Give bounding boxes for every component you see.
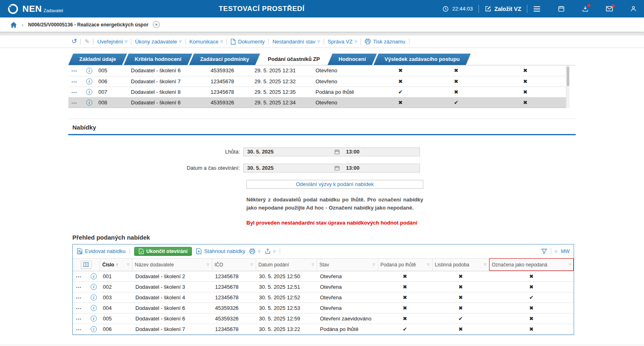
finish-opening-button[interactable]: Ukončit otevírání xyxy=(134,247,192,256)
view-code[interactable]: MW xyxy=(561,249,570,254)
filter-dropdown-icon[interactable]: ▽ xyxy=(311,263,314,266)
row-menu-icon[interactable]: ••• xyxy=(72,69,77,73)
column-header-oznacena-jako-nepodana[interactable]: Označena jako nepodaná▽ xyxy=(489,258,574,271)
calendar-icon[interactable] xyxy=(558,5,565,12)
deadline-date-value[interactable]: 30. 5. 2025 xyxy=(244,149,332,155)
info-icon[interactable]: i xyxy=(91,273,97,279)
column-header-datum-podani[interactable]: Datum podání▽ xyxy=(256,258,317,271)
filter-dropdown-icon[interactable]: ▽ xyxy=(127,263,129,266)
link-label: Uveřejnění xyxy=(97,39,123,45)
edit-icon[interactable]: ✎ xyxy=(85,39,89,44)
column-label: Podaná po lhůtě xyxy=(381,262,416,268)
calendar-icon[interactable] xyxy=(332,149,342,155)
info-icon[interactable]: i xyxy=(91,294,97,301)
info-icon[interactable]: i xyxy=(91,284,97,290)
opening-date-value[interactable]: 30. 5. 2025 xyxy=(244,165,332,171)
filter-dropdown-icon[interactable]: ▽ xyxy=(427,263,429,266)
row-menu-icon[interactable]: ••• xyxy=(72,80,77,84)
print-button[interactable]: ▽ xyxy=(249,249,260,254)
tab-vysledek-zadavaciho-postupu[interactable]: Výsledek zadávacího postupu xyxy=(374,54,471,65)
register-offer-button[interactable]: Evidovat nabídku xyxy=(77,248,126,254)
table-row[interactable]: ••• i 006 Dodavatel - školení 7 12345678… xyxy=(73,324,574,334)
filter-icon[interactable] xyxy=(541,249,547,254)
brand-name: NEN xyxy=(22,4,42,13)
calendar-icon[interactable] xyxy=(332,165,342,171)
filter-dropdown-icon[interactable]: ▽ xyxy=(250,263,253,266)
toolbar-link-dokumenty[interactable]: Dokumenty xyxy=(231,39,265,45)
offer-number: 005 xyxy=(100,313,132,324)
table-row[interactable]: ••• i 008 Dodavatel - školení 6 45359326… xyxy=(68,97,566,108)
opening-field[interactable]: 30. 5. 2025 13:00 xyxy=(243,164,420,173)
scrollbar-thumb[interactable] xyxy=(567,67,569,86)
info-icon[interactable]: i xyxy=(86,89,92,95)
toolbar-link-tisk-zaznamu[interactable]: Tisk záznamu xyxy=(365,39,405,45)
table-row[interactable]: ••• i 001 Dodavatel - školení 2 12345678… xyxy=(73,271,574,281)
toolbar-link-komunikace[interactable]: Komunikace ▽ xyxy=(189,39,223,45)
row-menu-icon[interactable]: ••• xyxy=(76,307,82,311)
toolbar-link-ukony-zadavatele[interactable]: Úkony zadavatele ▽ xyxy=(135,39,182,45)
column-header-cislo[interactable]: Číslo↑ ▽ xyxy=(100,258,132,271)
scrollbar[interactable] xyxy=(566,65,570,108)
opening-time-value[interactable]: 13:00 xyxy=(342,165,359,171)
status-value: Podána po lhůtě xyxy=(312,86,373,97)
info-icon[interactable]: i xyxy=(86,78,92,84)
deadline-time-value[interactable]: 13:00 xyxy=(342,149,359,155)
tab-zadavaci-podminky[interactable]: Zadávací podmínky xyxy=(189,54,260,65)
column-label: Číslo xyxy=(102,262,114,268)
row-menu-icon[interactable]: ••• xyxy=(76,296,82,300)
toolbar-link-sprava-vz[interactable]: Správa VZ ▽ xyxy=(328,39,357,45)
column-label: Listinná podoba xyxy=(435,262,470,268)
column-settings-icon[interactable] xyxy=(81,261,91,269)
table-row[interactable]: ••• i 005 Dodavatel - školení 6 45359326… xyxy=(68,65,566,76)
info-icon[interactable]: i xyxy=(91,316,97,322)
create-vz-button[interactable]: Založit VZ xyxy=(485,5,521,12)
send-invite-button[interactable]: Odeslání výzvy k podání nabídek xyxy=(246,180,423,189)
filter-dropdown-icon[interactable]: ▽ xyxy=(372,263,375,266)
tab-zakladni-udaje[interactable]: Základní údaje xyxy=(68,54,127,65)
brand[interactable]: NEN Zadavatel xyxy=(7,3,63,15)
tab-podani-ucastniku-zp[interactable]: Podání účastníků ZP xyxy=(257,54,331,65)
nen-logo-icon[interactable] xyxy=(7,3,19,15)
tab-kriteria-hodnoceni[interactable]: Kritéria hodnocení xyxy=(124,54,192,65)
table-row[interactable]: ••• i 004 Dodavatel - školení 6 45359326… xyxy=(73,303,574,313)
column-header-nazev-dodavatele[interactable]: Název dodavatele▽ xyxy=(132,258,212,271)
submission-date: 30. 5. 2025 12:51 xyxy=(256,281,317,292)
export-button[interactable]: ▽ xyxy=(265,248,276,254)
finish-opening-icon xyxy=(139,249,144,254)
filter-dropdown-icon[interactable]: ▽ xyxy=(207,263,209,266)
menu-icon[interactable] xyxy=(533,6,541,12)
row-menu-icon[interactable]: ••• xyxy=(76,328,82,332)
info-icon[interactable]: i xyxy=(86,99,92,106)
home-icon[interactable] xyxy=(10,22,17,28)
info-icon[interactable]: i xyxy=(91,305,97,311)
tab-hodnoceni[interactable]: Hodnocení xyxy=(328,54,377,65)
row-menu-icon[interactable]: ••• xyxy=(72,91,77,95)
deadline-field[interactable]: 30. 5. 2025 13:00 xyxy=(243,147,420,156)
row-menu-icon[interactable]: ••• xyxy=(76,317,82,321)
column-header-listinna-podoba[interactable]: Listinná podoba▽ xyxy=(432,258,489,271)
table-row[interactable]: ••• i 007 Dodavatel - školení 8 12345678… xyxy=(68,86,566,97)
toolbar-link-uverejneni[interactable]: Uveřejnění ▽ xyxy=(97,39,127,45)
download-offers-button[interactable]: Stáhnout nabídky xyxy=(196,248,245,254)
table-row[interactable]: ••• i 005 Dodavatel - školení 6 45359326… xyxy=(73,313,574,324)
filter-dropdown-icon[interactable]: ▽ xyxy=(569,263,571,266)
table-row[interactable]: ••• i 006 Dodavatel - školení 7 12345678… xyxy=(68,76,566,86)
mail-icon[interactable] xyxy=(606,6,613,12)
close-record-button[interactable]: ✕ xyxy=(153,21,160,28)
row-menu-icon[interactable]: ••• xyxy=(72,101,77,105)
info-icon[interactable]: i xyxy=(86,68,92,74)
column-header-stav[interactable]: Stav▽ xyxy=(317,258,378,271)
column-header-ico[interactable]: IČO▽ xyxy=(212,258,256,271)
row-menu-icon[interactable]: ••• xyxy=(76,275,82,279)
table-row[interactable]: ••• i 002 Dodavatel - školení 3 12345678… xyxy=(73,281,574,292)
toolbar-link-nestandardni-stav[interactable]: Nestandardní stav ▽ xyxy=(272,39,320,45)
view-dropdown-icon[interactable]: ▽ xyxy=(555,249,557,253)
downloads-icon[interactable] xyxy=(582,5,589,12)
column-header-podana-po-lhute[interactable]: Podaná po lhůtě▽ xyxy=(378,258,432,271)
table-row[interactable]: ••• i 003 Dodavatel - školení 4 12345678… xyxy=(73,292,574,303)
row-menu-icon[interactable]: ••• xyxy=(76,285,82,290)
history-icon[interactable]: ↺ xyxy=(72,38,77,45)
user-icon[interactable] xyxy=(630,5,637,12)
filter-dropdown-icon[interactable]: ▽ xyxy=(484,263,486,266)
info-icon[interactable]: i xyxy=(91,326,97,332)
